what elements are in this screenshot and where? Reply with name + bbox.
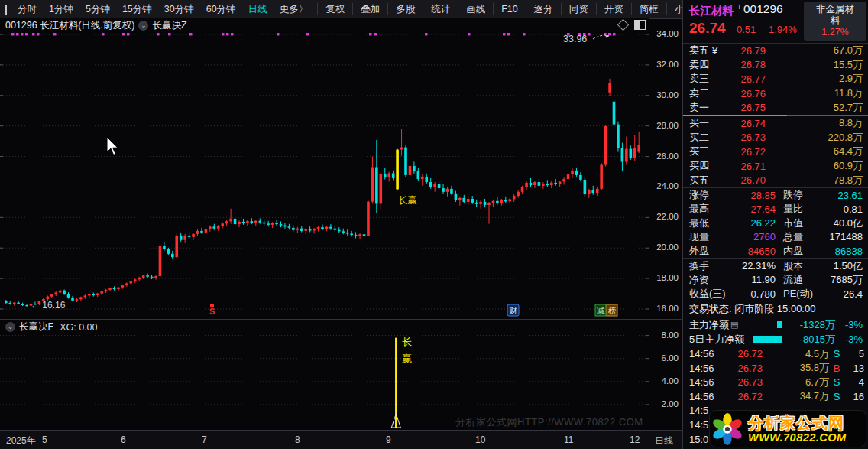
stock-title-block: 长江材料 T 001296 非金属材料 1.27% 26.74 0.51 1.9… (683, 0, 868, 43)
axis-month-label: 7 (202, 434, 207, 445)
orderbook-row[interactable]: 卖二26.7611.8万 (683, 86, 868, 101)
mouse-cursor (105, 136, 121, 156)
svg-text:财: 财 (509, 306, 517, 315)
stock-name[interactable]: 长江材料 (689, 4, 734, 18)
y-axis-label: 28.00 (649, 121, 679, 130)
top-toolbar: 分时1分钟5分钟15分钟30分钟60分钟日线更多〉 复权叠加多股统计画线F10逐… (0, 0, 682, 19)
toolbar-button[interactable]: 多股 (387, 3, 423, 15)
svg-text:榜: 榜 (608, 306, 617, 315)
period-tab[interactable]: 15分钟 (116, 3, 158, 16)
orderbook-row[interactable]: 卖三26.772.9万 (683, 72, 868, 86)
stat-row: 最低26.22市值40.0亿 (683, 216, 868, 230)
flow-bar (753, 336, 782, 343)
period-tabs: 分时1分钟5分钟15分钟30分钟60分钟日线更多〉 (11, 0, 314, 18)
toolbar-button[interactable]: F10 (493, 3, 526, 15)
toolbar-button[interactable]: 同资 (561, 3, 596, 15)
panel-divider[interactable] (0, 319, 682, 320)
toolbar-button[interactable]: 复权 (317, 3, 352, 15)
axis-period-label: 日线 (655, 434, 673, 447)
stat-row: 最高27.64量比0.81 (683, 202, 868, 216)
y-axis-label: 4.00 (649, 376, 679, 386)
orderbook-row[interactable]: 卖四26.7815.5万 (683, 58, 868, 73)
main-indicator-name[interactable]: 长赢决Z (152, 19, 186, 32)
period-tab[interactable]: 60分钟 (200, 3, 242, 16)
y-axis-label: 26.00 (649, 151, 679, 161)
y-axis-label: 8.00 (649, 330, 679, 340)
chevron-down-icon[interactable]: ⌄ (5, 322, 15, 332)
stat-row: 收益(三)0.780PE(动)26.4 (683, 287, 868, 301)
tick-row: 14:5626.7234.7万S16 (683, 389, 868, 404)
chart-title: 001296 长江材料(日线.前复权) (5, 19, 134, 32)
site-logo: 分析家公式网 WWW.70822.COM (710, 411, 866, 447)
chevron-down-icon[interactable]: ⌄ (138, 21, 148, 31)
y-axis-label: 24.00 (649, 181, 679, 190)
orderbook-row[interactable]: 买五26.7078.8万 (683, 173, 868, 187)
orderbook-row[interactable]: 卖五¥26.7967.0万 (683, 44, 868, 58)
bid-ladder: 买一26.748.8万买二26.73220.8万买三26.7264.4万买四26… (683, 116, 868, 187)
axis-month-label: 11 (564, 434, 573, 445)
orderbook-row[interactable]: 买二26.73220.8万 (683, 131, 868, 145)
fundamentals-block: 换手22.31%股本1.50亿净资11.90流通7685万收益(三)0.780P… (683, 259, 868, 301)
money-flow-row: 主力净额▤-1328万-3% (683, 317, 868, 332)
chart-watermark: 分析家公式网HTTP://WWW.70822.COM (455, 415, 643, 429)
y-axis-label: 6.00 (649, 353, 679, 363)
sector-tile[interactable]: 非金属材料 1.27% (804, 2, 866, 41)
axis-month-label: 10 (475, 434, 485, 445)
toolbar-button[interactable]: 开资 (596, 3, 631, 15)
price-change: 0.51 (737, 24, 756, 35)
diamond-icon[interactable] (617, 19, 630, 31)
main-candlestick-chart[interactable]: ← 16.1633.96长赢S财减榜 (0, 32, 681, 319)
svg-text:← 16.16: ← 16.16 (31, 300, 66, 311)
y-axis-label: 34.00 (649, 29, 679, 38)
toolbar-button[interactable]: 简框 (631, 3, 666, 15)
period-tab[interactable]: 5分钟 (79, 3, 116, 16)
y-axis-label: 2.00 (649, 399, 679, 408)
sub-indicator-value: XG: 0.00 (60, 322, 97, 333)
svg-text:长: 长 (402, 336, 412, 347)
period-tab[interactable]: 1分钟 (43, 3, 79, 16)
period-tab[interactable]: 分时 (11, 3, 43, 16)
sub-indicator-name[interactable]: 长赢决F (19, 320, 53, 333)
axis-month-label: 8 (295, 434, 300, 445)
sector-name: 非金属材料 (813, 4, 857, 27)
stat-row: 现量2760总量171488 (683, 230, 868, 244)
chart-header: 001296 长江材料(日线.前复权) ⌄ 长赢决Z (0, 18, 649, 32)
y-axis-label: 22.00 (649, 212, 679, 221)
ask-ladder: 卖五¥26.7967.0万卖四26.7815.5万卖三26.772.9万卖二26… (683, 44, 868, 115)
trading-app-window: 分时1分钟5分钟15分钟30分钟60分钟日线更多〉 复权叠加多股统计画线F10逐… (0, 0, 868, 449)
axis-month-label: 12 (630, 434, 640, 445)
period-tab[interactable]: 日线 (242, 3, 274, 16)
axis-year-label: 2025年 (6, 434, 36, 447)
orderbook-row[interactable]: 买一26.748.8万 (683, 116, 868, 131)
stock-flag: T (737, 3, 742, 11)
logo-site-name: 分析家公式网 (748, 415, 847, 431)
orderbook-row[interactable]: 买三26.7264.4万 (683, 145, 868, 159)
stock-info-panel: 长江材料 T 001296 非金属材料 1.27% 26.74 0.51 1.9… (682, 0, 868, 449)
axis-month-label: 6 (121, 434, 126, 445)
stat-row: 换手22.31%股本1.50亿 (683, 259, 868, 272)
trade-status: 交易状态: 闭市阶段 15:00:00 (683, 301, 868, 317)
last-price: 26.74 (689, 20, 726, 37)
money-flow-row: 5日主力净额-8015万-3% (683, 332, 868, 347)
tick-row: 14:5626.7335.8万B13 (683, 361, 868, 376)
svg-text:S: S (209, 307, 215, 316)
chart-corner-icons (619, 20, 646, 30)
sub-indicator-header: ⌄ 长赢决F XG: 0.00 (0, 320, 97, 333)
tick-row: 14:5626.736.7万S4 (683, 376, 868, 390)
toolbar-button[interactable]: 逐分 (526, 3, 561, 15)
split-panel-icon[interactable] (634, 20, 646, 30)
orderbook-row[interactable]: 买四26.7160.9万 (683, 159, 868, 174)
y-axis-label: 16.00 (649, 304, 679, 313)
price-change-pct: 1.94% (769, 24, 797, 35)
toolbar-button[interactable]: 统计 (423, 3, 458, 15)
period-tab[interactable]: 更多〉 (274, 3, 315, 16)
stat-row: 净资11.90流通7685万 (683, 273, 868, 287)
money-flow-block: 主力净额▤-1328万-3%5日主力净额-8015万-3% (683, 317, 868, 347)
orderbook-row[interactable]: 卖一26.7552.7万 (683, 100, 868, 115)
y-axis-label: 32.00 (649, 60, 679, 69)
toolbar-button[interactable]: 画线 (458, 3, 493, 15)
toolbar-button[interactable]: 叠加 (352, 3, 387, 15)
window-layout-icon[interactable] (5, 5, 7, 15)
period-tab[interactable]: 30分钟 (158, 3, 200, 16)
y-axis-label: 18.00 (649, 273, 679, 282)
